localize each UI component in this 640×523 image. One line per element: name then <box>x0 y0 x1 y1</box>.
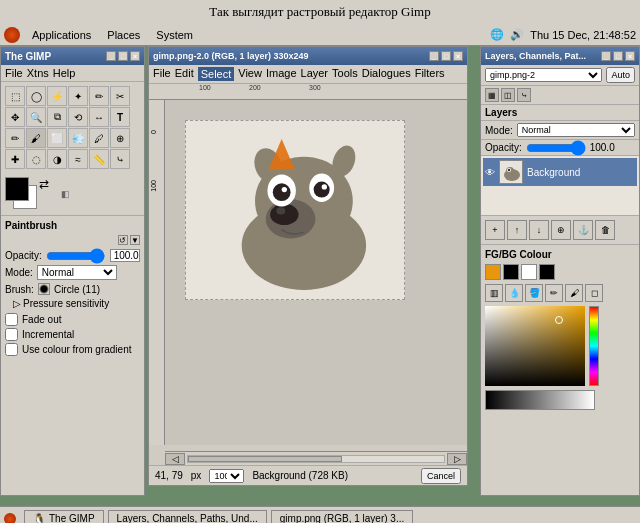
menu-applications[interactable]: Applications <box>28 27 95 43</box>
tool-paintbrush[interactable]: 🖌 <box>26 128 46 148</box>
menu-places[interactable]: Places <box>103 27 144 43</box>
canvas-maximize-btn[interactable]: □ <box>441 51 451 61</box>
tool-opt-menu[interactable]: ▼ <box>130 235 140 245</box>
h-scrollbar[interactable]: ◁ ▷ <box>165 451 467 465</box>
canvas-menu-file[interactable]: File <box>153 67 171 81</box>
tool-scissors[interactable]: ✂ <box>110 86 130 106</box>
incremental-check[interactable] <box>5 328 18 341</box>
tool-crop[interactable]: ⧉ <box>47 107 67 127</box>
value-bar[interactable] <box>485 390 595 410</box>
scrollbar-thumb[interactable] <box>188 456 342 462</box>
layers-tab-btn[interactable]: ▦ <box>485 88 499 102</box>
scroll-left-btn[interactable]: ◁ <box>165 453 185 465</box>
color-fill-btn[interactable]: 🪣 <box>525 284 543 302</box>
layer-mode-select[interactable]: Normal <box>517 123 635 137</box>
pressure-sensitivity-row[interactable]: ▷ Pressure sensitivity <box>13 298 140 309</box>
canvas-menu-select[interactable]: Select <box>198 67 235 81</box>
tool-fuzzy-select[interactable]: ✦ <box>68 86 88 106</box>
canvas-menu-filters[interactable]: Filters <box>415 67 445 81</box>
canvas-menu-image[interactable]: Image <box>266 67 297 81</box>
layers-close-btn[interactable]: × <box>625 51 635 61</box>
layer-down-btn[interactable]: ↓ <box>529 220 549 240</box>
canvas-menu-tools[interactable]: Tools <box>332 67 358 81</box>
layer-dup-btn[interactable]: ⊕ <box>551 220 571 240</box>
tool-smudge[interactable]: ≈ <box>68 149 88 169</box>
tool-ellipse-select[interactable]: ◯ <box>26 86 46 106</box>
canvas-minimize-btn[interactable]: _ <box>429 51 439 61</box>
swap-colors-btn[interactable]: ⇄ <box>39 177 49 191</box>
image-selector[interactable]: gimp.png-2 <box>485 68 602 82</box>
tool-bezier[interactable]: ✏ <box>89 86 109 106</box>
toolbox-maximize-btn[interactable]: □ <box>118 51 128 61</box>
opacity-slider[interactable] <box>46 250 106 262</box>
layer-del-btn[interactable]: 🗑 <box>595 220 615 240</box>
color-eraser-btn[interactable]: ◻ <box>585 284 603 302</box>
tool-eraser[interactable]: ⬜ <box>47 128 67 148</box>
paths-tab-btn[interactable]: ⤷ <box>517 88 531 102</box>
cancel-btn[interactable]: Cancel <box>421 468 461 484</box>
white-swatch[interactable] <box>521 264 537 280</box>
fg-color-swatch[interactable] <box>5 177 29 201</box>
tool-blur[interactable]: ◌ <box>26 149 46 169</box>
tool-airbrush[interactable]: 💨 <box>68 128 88 148</box>
ubuntu-icon[interactable] <box>4 27 20 43</box>
tool-rect-select[interactable]: ⬚ <box>5 86 25 106</box>
layers-minimize-btn[interactable]: _ <box>601 51 611 61</box>
brush-label: Brush: <box>5 284 34 295</box>
fade-out-check[interactable] <box>5 313 18 326</box>
canvas-close-btn[interactable]: × <box>453 51 463 61</box>
layer-up-btn[interactable]: ↑ <box>507 220 527 240</box>
quick-mask-btn[interactable]: ◧ <box>61 189 70 199</box>
toolbox-close-btn[interactable]: × <box>130 51 140 61</box>
tool-measure[interactable]: 📏 <box>89 149 109 169</box>
layer-item-background[interactable]: 👁 Background <box>483 158 637 186</box>
canvas-menu-edit[interactable]: Edit <box>175 67 194 81</box>
taskbar-item-gimp[interactable]: 🐧 The GIMP <box>24 510 104 524</box>
toolbox-menu-file[interactable]: File <box>5 67 23 79</box>
tool-move[interactable]: ✥ <box>5 107 25 127</box>
color-picker-btn[interactable]: 💧 <box>505 284 523 302</box>
layers-maximize-btn[interactable]: □ <box>613 51 623 61</box>
black-swatch[interactable] <box>539 264 555 280</box>
taskbar-item-layers[interactable]: Layers, Channels, Paths, Und... <box>108 510 267 524</box>
taskbar-item-canvas[interactable]: gimp.png (RGB, 1 layer) 3... <box>271 510 414 524</box>
scrollbar-track[interactable] <box>187 455 445 463</box>
color-select-btn[interactable]: ▥ <box>485 284 503 302</box>
mode-select[interactable]: Normal Dissolve Multiply <box>37 265 117 280</box>
tool-pencil[interactable]: ✏ <box>5 128 25 148</box>
scroll-right-btn[interactable]: ▷ <box>447 453 467 465</box>
channels-tab-btn[interactable]: ◫ <box>501 88 515 102</box>
zoom-select[interactable]: 100% 50% 200% <box>209 469 244 483</box>
color-brush-btn[interactable]: 🖌 <box>565 284 583 302</box>
layer-new-btn[interactable]: + <box>485 220 505 240</box>
tool-opt-reset[interactable]: ↺ <box>118 235 128 245</box>
color-gradient-area[interactable] <box>485 306 585 386</box>
tool-transform[interactable]: ⟲ <box>68 107 88 127</box>
canvas-content[interactable] <box>165 100 467 445</box>
brush-preview[interactable] <box>38 283 50 295</box>
canvas-menu-dialogues[interactable]: Dialogues <box>362 67 411 81</box>
auto-btn[interactable]: Auto <box>606 67 635 83</box>
menu-system[interactable]: System <box>152 27 197 43</box>
tool-ink[interactable]: 🖊 <box>89 128 109 148</box>
tool-clone[interactable]: ⊕ <box>110 128 130 148</box>
canvas-menu-view[interactable]: View <box>238 67 262 81</box>
use-colour-check[interactable] <box>5 343 18 356</box>
tool-free-select[interactable]: ⚡ <box>47 86 67 106</box>
layer-anchor-btn[interactable]: ⚓ <box>573 220 593 240</box>
toolbox-menu-help[interactable]: Help <box>53 67 76 79</box>
toolbox-minimize-btn[interactable]: _ <box>106 51 116 61</box>
color-pencil-btn[interactable]: ✏ <box>545 284 563 302</box>
tool-text[interactable]: T <box>110 107 130 127</box>
tool-heal[interactable]: ✚ <box>5 149 25 169</box>
bg-swatch[interactable] <box>503 264 519 280</box>
tool-path[interactable]: ⤷ <box>110 149 130 169</box>
fg-swatch[interactable] <box>485 264 501 280</box>
tool-flip[interactable]: ↔ <box>89 107 109 127</box>
canvas-menu-layer[interactable]: Layer <box>301 67 329 81</box>
tool-dodge[interactable]: ◑ <box>47 149 67 169</box>
hue-bar[interactable] <box>589 306 599 386</box>
layer-opacity-slider[interactable] <box>526 143 586 153</box>
tool-magnify[interactable]: 🔍 <box>26 107 46 127</box>
toolbox-menu-xtns[interactable]: Xtns <box>27 67 49 79</box>
